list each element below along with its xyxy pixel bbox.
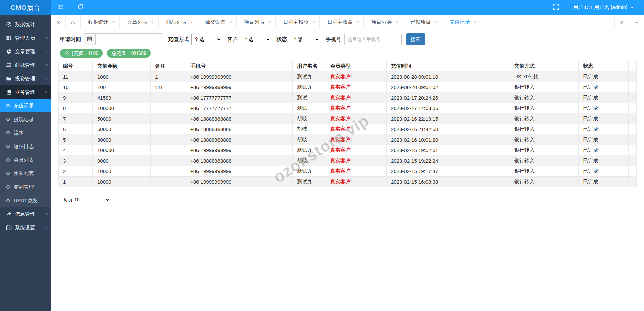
sidebar-item[interactable]: 数据统计: [0, 18, 51, 31]
home-tab[interactable]: ⌂: [66, 15, 81, 29]
tab[interactable]: 日利宝收益×: [320, 15, 364, 29]
page-size-select[interactable]: 每页 10: [60, 194, 110, 205]
apply-time-input[interactable]: [96, 33, 162, 45]
tab-close-icon[interactable]: ×: [190, 20, 193, 25]
user-menu[interactable]: 用户ID:1 用户名:[admin] ▼: [573, 4, 634, 11]
chevron-right-icon: ›: [46, 76, 48, 81]
tabs-scroll-right-button[interactable]: »: [614, 15, 629, 29]
tab[interactable]: 项目分类×: [364, 15, 403, 29]
table-cell: 真实客户: [326, 71, 387, 82]
table-cell: 测试九: [293, 177, 326, 187]
apply-time-label: 申请时间: [60, 36, 81, 43]
status-select[interactable]: 全部: [290, 34, 320, 45]
calendar-picker-button[interactable]: [84, 33, 96, 45]
sidebar-subitem[interactable]: 充值记录: [0, 99, 51, 112]
table-cell: [151, 166, 186, 177]
search-button[interactable]: 搜索: [406, 33, 425, 45]
customer-select[interactable]: 全选: [241, 34, 271, 45]
tab-bar: « ⌂ 数据统计×文章列表×商品列表×抽奖设置×项目列表×日利宝投资×日利宝收益…: [51, 15, 644, 29]
tab-close-icon[interactable]: ×: [395, 20, 398, 25]
sidebar-item[interactable]: 文章管理›: [0, 45, 51, 58]
sidebar-subitem[interactable]: 提现记录: [0, 112, 51, 126]
table-cell: 10000: [93, 177, 151, 187]
circle-icon: [6, 131, 10, 134]
sidebar-subitem[interactable]: 会员列表: [0, 153, 51, 167]
table-cell: 测试九: [293, 82, 326, 92]
sidebar-subitem[interactable]: 流水: [0, 126, 51, 140]
sidebar-subitem[interactable]: 签到管理: [0, 180, 51, 194]
tab-close-icon[interactable]: ×: [474, 20, 476, 25]
circle-icon: [6, 145, 10, 148]
tab-close-icon[interactable]: ×: [268, 20, 271, 25]
tab-close-icon[interactable]: ×: [229, 20, 232, 25]
circle-icon: [6, 185, 10, 189]
tab[interactable]: 项目列表×: [237, 15, 276, 29]
column-header: 充值方式: [510, 61, 579, 71]
recharge-method-select[interactable]: 全选: [191, 34, 222, 45]
table-cell: 已完成: [579, 177, 629, 187]
user-info: 用户ID:1 用户名:[admin]: [573, 4, 627, 11]
sidebar-collapse-button[interactable]: [51, 0, 70, 15]
column-header: [629, 61, 637, 71]
tab-close-icon[interactable]: ×: [435, 20, 437, 25]
table-row: 650000+86 18888888888胡岐真实客户2023-02-16 21…: [59, 124, 637, 134]
table-cell: +86 18888888888: [186, 113, 293, 124]
tab-label: 商品列表: [166, 19, 186, 25]
sidebar-item[interactable]: 管理人员›: [0, 31, 51, 45]
table-cell: 10: [59, 82, 93, 92]
sidebar-item[interactable]: 投资管理›: [0, 72, 51, 85]
table-cell: [151, 113, 186, 124]
sidebar-item[interactable]: 信息管理›: [0, 207, 51, 221]
sidebar-subitem-label: 提现记录: [14, 116, 34, 123]
table-cell: 3: [59, 156, 93, 166]
tab[interactable]: 充值记录×: [442, 15, 481, 29]
table-cell: 银行转入: [510, 124, 579, 134]
sidebar-subitem[interactable]: 短信日志: [0, 140, 51, 153]
tab[interactable]: 商品列表×: [159, 15, 198, 29]
table-cell: [151, 156, 186, 166]
table-cell: 8: [59, 103, 93, 113]
tab[interactable]: 文章列表×: [120, 15, 159, 29]
fullscreen-button[interactable]: [553, 4, 559, 12]
tab-close-icon[interactable]: ×: [312, 20, 315, 25]
sidebar-item[interactable]: 商城管理›: [0, 58, 51, 72]
sidebar-subitem-label: 流水: [14, 130, 24, 136]
table-row: 530000+86 18888888888胡岐真实客户2023-02-16 10…: [59, 134, 637, 145]
calendar-icon: [87, 36, 92, 43]
tab-close-icon[interactable]: ×: [356, 20, 359, 25]
calendar-icon: [6, 225, 12, 230]
refresh-button[interactable]: [70, 0, 90, 15]
tab[interactable]: 日利宝投资×: [276, 15, 320, 29]
sidebar-item[interactable]: 系统设置›: [0, 221, 51, 234]
chevron-right-icon: ›: [46, 35, 48, 41]
tab[interactable]: 数据统计×: [81, 15, 120, 29]
tab-close-icon[interactable]: ×: [151, 20, 154, 25]
table-cell: +86 18888888888: [186, 156, 293, 166]
share-icon: [6, 211, 12, 217]
main-content: « ⌂ 数据统计×文章列表×商品列表×抽奖设置×项目列表×日利宝投资×日利宝收益…: [51, 15, 644, 311]
sidebar-subitem[interactable]: USDT兑换: [0, 194, 51, 207]
table-row: 110000+86 19999999999测试九真实客户2023-02-15 1…: [59, 177, 637, 187]
table-cell: [151, 177, 186, 187]
tabs-menu-button[interactable]: ▾: [629, 15, 644, 29]
tab[interactable]: 已投项目×: [403, 15, 442, 29]
tab[interactable]: 抽奖设置×: [198, 15, 237, 29]
table-cell: 4: [59, 145, 93, 156]
sidebar-item-label: 信息管理: [15, 211, 35, 217]
table-row: 941589+86 17777777777测试真实客户2023-02-17 20…: [59, 92, 637, 103]
phone-input[interactable]: [344, 34, 402, 45]
sidebar-subitem[interactable]: 团队列表: [0, 167, 51, 180]
table-cell: 银行转入: [510, 82, 579, 92]
table-cell: [629, 134, 637, 145]
sidebar-subitem-label: 会员列表: [14, 157, 34, 163]
sidebar-item-label: 文章管理: [15, 48, 35, 55]
chevron-right-icon: ›: [46, 211, 48, 217]
tab-label: 项目分类: [371, 19, 392, 25]
tabs-scroll-left-button[interactable]: «: [51, 15, 66, 29]
table-cell: 真实客户: [326, 166, 387, 177]
table-cell: 已完成: [579, 82, 629, 92]
total-recharge-badge: 总充值：401689: [107, 49, 151, 58]
tab-label: 文章列表: [127, 19, 147, 25]
sidebar-item[interactable]: 业务管理›: [0, 85, 51, 99]
tab-close-icon[interactable]: ×: [112, 20, 115, 25]
